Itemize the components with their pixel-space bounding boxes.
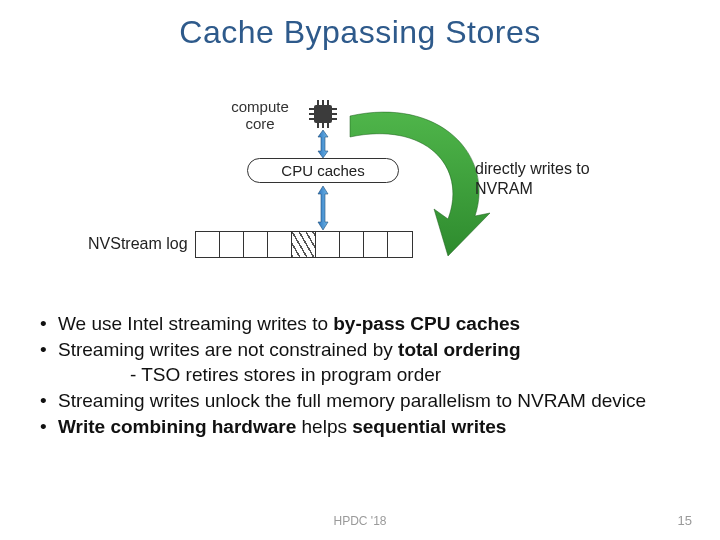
log-cell [364, 232, 388, 257]
footer-venue: HPDC '18 [0, 514, 720, 528]
log-cell [268, 232, 292, 257]
bullet-1: We use Intel streaming writes to by-pass… [40, 312, 680, 336]
log-cell [340, 232, 364, 257]
bullet-4: Write combining hardware helps sequentia… [40, 415, 680, 439]
bullet-2: Streaming writes are not constrained by … [40, 338, 680, 362]
arrow-chip-cache [316, 130, 330, 158]
slide-title: Cache Bypassing Stores [0, 14, 720, 51]
log-cell [316, 232, 340, 257]
log-cell [292, 232, 316, 257]
arrow-cache-log [316, 186, 330, 230]
svg-marker-0 [318, 130, 328, 158]
nvstream-log-label: NVStream log [88, 235, 188, 253]
nvstream-log-strip [195, 231, 413, 258]
compute-core-label: computecore [225, 99, 295, 132]
bypass-annotation: directly writes toNVRAM [475, 159, 635, 199]
bullet-3: Streaming writes unlock the full memory … [40, 389, 680, 413]
log-cell [244, 232, 268, 257]
log-cell [220, 232, 244, 257]
log-cell [388, 232, 412, 257]
log-cell [196, 232, 220, 257]
svg-marker-1 [318, 186, 328, 230]
diagram-area: computecore CPU caches [0, 51, 720, 266]
bullet-list: We use Intel streaming writes to by-pass… [40, 312, 680, 442]
bullet-2-sub: - TSO retires stores in program order [40, 363, 680, 387]
footer-page-number: 15 [678, 513, 692, 528]
